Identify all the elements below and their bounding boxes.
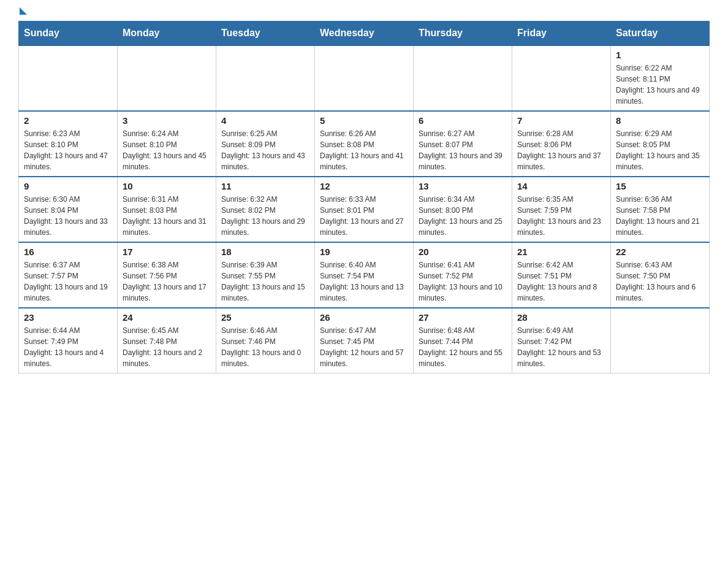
day-info: Sunrise: 6:47 AMSunset: 7:45 PMDaylight:… — [320, 325, 408, 369]
day-number: 23 — [24, 312, 112, 323]
table-row: 17Sunrise: 6:38 AMSunset: 7:56 PMDayligh… — [118, 242, 216, 308]
calendar-week-row: 2Sunrise: 6:23 AMSunset: 8:10 PMDaylight… — [19, 111, 710, 177]
calendar-table: Sunday Monday Tuesday Wednesday Thursday… — [18, 21, 710, 373]
table-row: 10Sunrise: 6:31 AMSunset: 8:03 PMDayligh… — [118, 177, 216, 242]
day-info: Sunrise: 6:28 AMSunset: 8:06 PMDaylight:… — [517, 128, 605, 172]
day-info: Sunrise: 6:30 AMSunset: 8:04 PMDaylight:… — [24, 194, 112, 238]
day-number: 9 — [24, 181, 112, 191]
day-number: 2 — [24, 115, 112, 126]
day-info: Sunrise: 6:43 AMSunset: 7:50 PMDaylight:… — [616, 259, 704, 304]
day-info: Sunrise: 6:44 AMSunset: 7:49 PMDaylight:… — [24, 325, 112, 369]
day-info: Sunrise: 6:40 AMSunset: 7:54 PMDaylight:… — [320, 259, 408, 304]
table-row — [315, 45, 414, 111]
day-number: 16 — [24, 247, 112, 257]
day-info: Sunrise: 6:36 AMSunset: 7:58 PMDaylight:… — [616, 194, 704, 238]
table-row: 7Sunrise: 6:28 AMSunset: 8:06 PMDaylight… — [512, 111, 611, 177]
day-number: 22 — [616, 247, 704, 257]
day-info: Sunrise: 6:42 AMSunset: 7:51 PMDaylight:… — [517, 259, 605, 304]
table-row: 5Sunrise: 6:26 AMSunset: 8:08 PMDaylight… — [315, 111, 414, 177]
day-info: Sunrise: 6:26 AMSunset: 8:08 PMDaylight:… — [320, 128, 408, 172]
col-monday: Monday — [118, 21, 216, 46]
table-row: 20Sunrise: 6:41 AMSunset: 7:52 PMDayligh… — [414, 242, 512, 308]
day-info: Sunrise: 6:23 AMSunset: 8:10 PMDaylight:… — [24, 128, 112, 172]
table-row: 19Sunrise: 6:40 AMSunset: 7:54 PMDayligh… — [315, 242, 414, 308]
day-number: 10 — [123, 181, 211, 191]
table-row: 15Sunrise: 6:36 AMSunset: 7:58 PMDayligh… — [611, 177, 710, 242]
page-header — [18, 12, 710, 15]
table-row: 27Sunrise: 6:48 AMSunset: 7:44 PMDayligh… — [414, 308, 512, 373]
day-number: 20 — [419, 247, 507, 257]
day-info: Sunrise: 6:35 AMSunset: 7:59 PMDaylight:… — [517, 194, 605, 238]
day-number: 1 — [616, 50, 704, 60]
calendar-week-row: 9Sunrise: 6:30 AMSunset: 8:04 PMDaylight… — [19, 177, 710, 242]
day-info: Sunrise: 6:33 AMSunset: 8:01 PMDaylight:… — [320, 194, 408, 238]
table-row: 16Sunrise: 6:37 AMSunset: 7:57 PMDayligh… — [19, 242, 118, 308]
col-wednesday: Wednesday — [315, 21, 414, 46]
day-number: 11 — [221, 181, 309, 191]
table-row: 12Sunrise: 6:33 AMSunset: 8:01 PMDayligh… — [315, 177, 414, 242]
day-number: 19 — [320, 247, 408, 257]
day-info: Sunrise: 6:29 AMSunset: 8:05 PMDaylight:… — [616, 128, 704, 172]
day-info: Sunrise: 6:45 AMSunset: 7:48 PMDaylight:… — [123, 325, 211, 369]
day-number: 3 — [123, 115, 211, 126]
day-number: 18 — [221, 247, 309, 257]
day-info: Sunrise: 6:37 AMSunset: 7:57 PMDaylight:… — [24, 259, 112, 304]
table-row: 25Sunrise: 6:46 AMSunset: 7:46 PMDayligh… — [216, 308, 315, 373]
day-info: Sunrise: 6:49 AMSunset: 7:42 PMDaylight:… — [517, 325, 605, 369]
table-row: 23Sunrise: 6:44 AMSunset: 7:49 PMDayligh… — [19, 308, 118, 373]
table-row: 26Sunrise: 6:47 AMSunset: 7:45 PMDayligh… — [315, 308, 414, 373]
table-row: 21Sunrise: 6:42 AMSunset: 7:51 PMDayligh… — [512, 242, 611, 308]
col-sunday: Sunday — [19, 21, 118, 46]
calendar-week-row: 16Sunrise: 6:37 AMSunset: 7:57 PMDayligh… — [19, 242, 710, 308]
day-number: 13 — [419, 181, 507, 191]
table-row: 11Sunrise: 6:32 AMSunset: 8:02 PMDayligh… — [216, 177, 315, 242]
day-info: Sunrise: 6:24 AMSunset: 8:10 PMDaylight:… — [123, 128, 211, 172]
day-number: 25 — [221, 312, 309, 323]
table-row: 18Sunrise: 6:39 AMSunset: 7:55 PMDayligh… — [216, 242, 315, 308]
col-saturday: Saturday — [611, 21, 710, 46]
days-of-week-row: Sunday Monday Tuesday Wednesday Thursday… — [19, 21, 710, 46]
logo — [18, 12, 27, 15]
day-info: Sunrise: 6:25 AMSunset: 8:09 PMDaylight:… — [221, 128, 309, 172]
logo-triangle-icon — [20, 7, 27, 15]
day-number: 14 — [517, 181, 605, 191]
table-row: 6Sunrise: 6:27 AMSunset: 8:07 PMDaylight… — [414, 111, 512, 177]
table-row: 3Sunrise: 6:24 AMSunset: 8:10 PMDaylight… — [118, 111, 216, 177]
day-number: 28 — [517, 312, 605, 323]
calendar-header: Sunday Monday Tuesday Wednesday Thursday… — [19, 21, 710, 46]
day-number: 26 — [320, 312, 408, 323]
day-info: Sunrise: 6:38 AMSunset: 7:56 PMDaylight:… — [123, 259, 211, 304]
col-thursday: Thursday — [414, 21, 512, 46]
day-info: Sunrise: 6:48 AMSunset: 7:44 PMDaylight:… — [419, 325, 507, 369]
day-number: 4 — [221, 115, 309, 126]
table-row: 4Sunrise: 6:25 AMSunset: 8:09 PMDaylight… — [216, 111, 315, 177]
day-info: Sunrise: 6:22 AMSunset: 8:11 PMDaylight:… — [616, 63, 704, 107]
table-row: 8Sunrise: 6:29 AMSunset: 8:05 PMDaylight… — [611, 111, 710, 177]
table-row: 1Sunrise: 6:22 AMSunset: 8:11 PMDaylight… — [611, 45, 710, 111]
day-number: 7 — [517, 115, 605, 126]
table-row: 13Sunrise: 6:34 AMSunset: 8:00 PMDayligh… — [414, 177, 512, 242]
col-friday: Friday — [512, 21, 611, 46]
day-number: 5 — [320, 115, 408, 126]
table-row: 28Sunrise: 6:49 AMSunset: 7:42 PMDayligh… — [512, 308, 611, 373]
day-number: 27 — [419, 312, 507, 323]
col-tuesday: Tuesday — [216, 21, 315, 46]
table-row: 24Sunrise: 6:45 AMSunset: 7:48 PMDayligh… — [118, 308, 216, 373]
table-row: 14Sunrise: 6:35 AMSunset: 7:59 PMDayligh… — [512, 177, 611, 242]
table-row — [216, 45, 315, 111]
day-info: Sunrise: 6:27 AMSunset: 8:07 PMDaylight:… — [419, 128, 507, 172]
day-number: 15 — [616, 181, 704, 191]
calendar-body: 1Sunrise: 6:22 AMSunset: 8:11 PMDaylight… — [19, 45, 710, 373]
day-number: 12 — [320, 181, 408, 191]
day-info: Sunrise: 6:34 AMSunset: 8:00 PMDaylight:… — [419, 194, 507, 238]
table-row: 9Sunrise: 6:30 AMSunset: 8:04 PMDaylight… — [19, 177, 118, 242]
day-number: 24 — [123, 312, 211, 323]
table-row — [512, 45, 611, 111]
calendar-week-row: 1Sunrise: 6:22 AMSunset: 8:11 PMDaylight… — [19, 45, 710, 111]
table-row: 22Sunrise: 6:43 AMSunset: 7:50 PMDayligh… — [611, 242, 710, 308]
day-info: Sunrise: 6:46 AMSunset: 7:46 PMDaylight:… — [221, 325, 309, 369]
day-info: Sunrise: 6:39 AMSunset: 7:55 PMDaylight:… — [221, 259, 309, 304]
day-info: Sunrise: 6:41 AMSunset: 7:52 PMDaylight:… — [419, 259, 507, 304]
day-number: 6 — [419, 115, 507, 126]
day-number: 17 — [123, 247, 211, 257]
